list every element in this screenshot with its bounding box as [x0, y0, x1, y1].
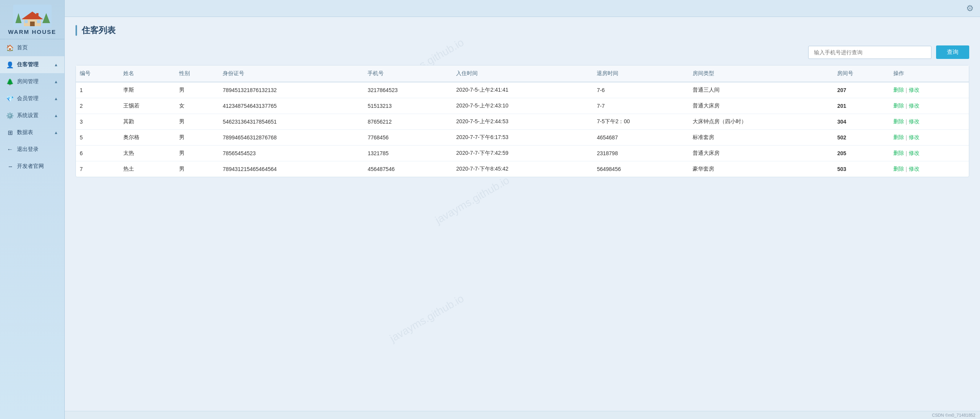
- sidebar: WARM HOUSE 🏠 首页 👤 住客管理 ▲ 🌲 房间管理 ▲ 💎 会员管理…: [0, 0, 65, 419]
- delete-button[interactable]: 删除: [893, 150, 904, 157]
- sidebar-label-member: 会员管理: [17, 95, 52, 102]
- cell-checkout: 7-6: [593, 82, 688, 98]
- cell-checkout: 4654687: [593, 130, 688, 146]
- cell-phone: 7768456: [364, 130, 452, 146]
- sidebar-label-logout: 退出登录: [17, 146, 58, 153]
- guest-table-wrapper: 编号 姓名 性别 身份证号 手机号 入住时间 退房时间 房间类型 房间号 操作 …: [76, 65, 969, 177]
- cell-roomtype: 标准套房: [689, 130, 834, 146]
- search-bar: 查询: [76, 45, 969, 59]
- search-input[interactable]: [808, 46, 931, 59]
- sidebar-item-devsite[interactable]: ··· 开发者官网: [0, 158, 64, 175]
- room-number: 304: [837, 119, 846, 125]
- col-name: 姓名: [119, 65, 176, 82]
- table-row: 2王惕若女412348754643137765515132132020-7-5-…: [76, 98, 969, 114]
- search-button[interactable]: 查询: [936, 45, 969, 59]
- cell-roomtype: 豪华套房: [689, 161, 834, 177]
- cell-id: 3: [76, 114, 119, 130]
- chevron-down-icon: ▲: [54, 79, 58, 84]
- logout-icon: ←: [6, 146, 14, 153]
- cell-id: 2: [76, 98, 119, 114]
- cell-roomtype: 普通大床房: [689, 98, 834, 114]
- edit-button[interactable]: 修改: [909, 102, 920, 109]
- datatable-icon: ⊞: [6, 129, 14, 136]
- cell-checkout: 2318798: [593, 146, 688, 161]
- cell-name: 太热: [119, 146, 176, 161]
- sidebar-label-settings: 系统设置: [17, 112, 52, 119]
- cell-checkin: 2020-7-7-下午8:45:42: [452, 161, 593, 177]
- room-icon: 🌲: [6, 78, 14, 85]
- sidebar-label-guest: 住客管理: [17, 61, 52, 68]
- action-separator: |: [906, 87, 907, 93]
- delete-button[interactable]: 删除: [893, 166, 904, 173]
- action-separator: |: [906, 119, 907, 125]
- table-row: 1李斯男78945132187613213232178645232020-7-5…: [76, 82, 969, 98]
- table-row: 5奥尔格男78994654631287676877684562020-7-7-下…: [76, 130, 969, 146]
- delete-button[interactable]: 删除: [893, 87, 904, 94]
- sidebar-label-home: 首页: [17, 44, 58, 51]
- title-accent: [76, 25, 77, 36]
- cell-phone: 3217864523: [364, 82, 452, 98]
- delete-button[interactable]: 删除: [893, 134, 904, 141]
- edit-button[interactable]: 修改: [909, 87, 920, 94]
- cell-action: 删除 | 修改: [889, 114, 969, 130]
- guest-icon: 👤: [6, 61, 14, 69]
- sidebar-item-logout[interactable]: ← 退出登录: [0, 141, 64, 158]
- footer-text: CSDN ©m0_71481852: [932, 413, 975, 417]
- delete-button[interactable]: 删除: [893, 102, 904, 109]
- cell-checkin: 2020-7-5-上午2:41:41: [452, 82, 593, 98]
- sidebar-label-room: 房间管理: [17, 78, 52, 85]
- logo-area: WARM HOUSE: [0, 0, 64, 39]
- cell-roomno: 207: [833, 82, 889, 98]
- cell-roomno: 503: [833, 161, 889, 177]
- svg-rect-10: [25, 20, 28, 23]
- cell-phone: 87656212: [364, 114, 452, 130]
- delete-button[interactable]: 删除: [893, 118, 904, 125]
- cell-phone: 456487546: [364, 161, 452, 177]
- room-number: 205: [837, 150, 846, 156]
- action-separator: |: [906, 103, 907, 109]
- room-number: 207: [837, 87, 846, 93]
- main-area: ⚙ javayms.github.io javayms.github.io ja…: [65, 0, 980, 419]
- settings-icon: ⚙️: [6, 112, 14, 119]
- topbar: ⚙: [65, 0, 980, 17]
- cell-roomtype: 普通大床房: [689, 146, 834, 161]
- sidebar-item-home[interactable]: 🏠 首页: [0, 39, 64, 56]
- col-action: 操作: [889, 65, 969, 82]
- cell-action: 删除 | 修改: [889, 161, 969, 177]
- edit-button[interactable]: 修改: [909, 134, 920, 141]
- table-header-row: 编号 姓名 性别 身份证号 手机号 入住时间 退房时间 房间类型 房间号 操作: [76, 65, 969, 82]
- sidebar-label-datatable: 数据表: [17, 129, 52, 136]
- col-roomno: 房间号: [833, 65, 889, 82]
- edit-button[interactable]: 修改: [909, 118, 920, 125]
- cell-roomno: 502: [833, 130, 889, 146]
- sidebar-item-datatable[interactable]: ⊞ 数据表 ▲: [0, 124, 64, 141]
- cell-gender: 男: [175, 82, 219, 98]
- col-gender: 性别: [175, 65, 219, 82]
- topbar-gear-icon[interactable]: ⚙: [966, 3, 974, 13]
- table-row: 7热土男7894312154654645644564875462020-7-7-…: [76, 161, 969, 177]
- cell-checkin: 2020-7-5-上午2:43:10: [452, 98, 593, 114]
- sidebar-item-settings[interactable]: ⚙️ 系统设置 ▲: [0, 107, 64, 124]
- sidebar-item-guest[interactable]: 👤 住客管理 ▲: [0, 56, 64, 73]
- cell-phone: 51513213: [364, 98, 452, 114]
- sidebar-item-room[interactable]: 🌲 房间管理 ▲: [0, 73, 64, 90]
- edit-button[interactable]: 修改: [909, 166, 920, 173]
- chevron-up-icon: ▲: [54, 62, 58, 67]
- sidebar-item-member[interactable]: 💎 会员管理 ▲: [0, 90, 64, 107]
- cell-checkout: 7-5下午2：00: [593, 114, 688, 130]
- col-checkin: 入住时间: [452, 65, 593, 82]
- svg-rect-9: [30, 22, 35, 26]
- home-icon: 🏠: [6, 44, 14, 52]
- member-icon: 💎: [6, 95, 14, 102]
- guest-table: 编号 姓名 性别 身份证号 手机号 入住时间 退房时间 房间类型 房间号 操作 …: [76, 65, 969, 177]
- cell-gender: 男: [175, 146, 219, 161]
- cell-roomtype: 普通三人间: [689, 82, 834, 98]
- cell-gender: 男: [175, 130, 219, 146]
- cell-name: 其勠: [119, 114, 176, 130]
- chevron-down-icon-data: ▲: [54, 130, 58, 135]
- table-body: 1李斯男78945132187613213232178645232020-7-5…: [76, 82, 969, 177]
- cell-gender: 女: [175, 98, 219, 114]
- edit-button[interactable]: 修改: [909, 150, 920, 157]
- sidebar-label-devsite: 开发者官网: [17, 163, 58, 170]
- cell-idcard: 78565454523: [219, 146, 364, 161]
